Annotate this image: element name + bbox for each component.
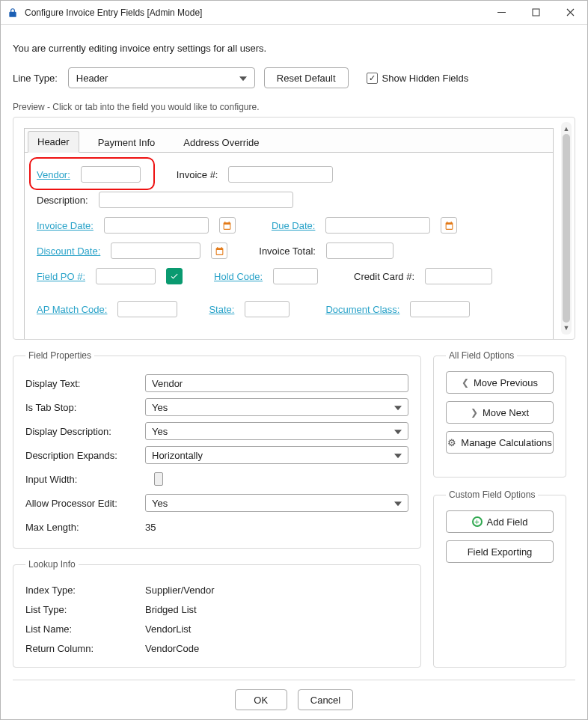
line-type-select[interactable]: Header xyxy=(68,67,255,88)
field-properties-group: Field Properties Display Text: Vendor Is… xyxy=(13,350,421,549)
all-field-options-legend: All Field Options xyxy=(446,350,517,361)
chevron-right-icon: ❯ xyxy=(471,407,478,418)
discount-date-calendar-icon[interactable] xyxy=(211,242,227,259)
chevron-left-icon: ❮ xyxy=(462,377,469,388)
lookup-info-group: Lookup Info Index Type: Supplier/Vendor … xyxy=(13,559,421,668)
preview-group-label: Preview - Click or tab into the field yo… xyxy=(13,102,575,112)
index-type-label: Index Type: xyxy=(25,585,145,596)
add-field-button[interactable]: + Add Field xyxy=(446,510,554,533)
document-class-input[interactable] xyxy=(410,301,470,317)
display-description-select[interactable]: Yes xyxy=(145,422,408,440)
move-next-button[interactable]: ❯ Move Next xyxy=(446,401,554,424)
invoice-total-input[interactable] xyxy=(326,242,393,259)
info-text: You are currently editing invoice entry … xyxy=(13,43,575,54)
max-length-value: 35 xyxy=(145,522,156,533)
invoice-date-calendar-icon[interactable] xyxy=(219,217,236,234)
custom-field-options-group: Custom Field Options + Add Field Field E… xyxy=(433,489,566,668)
plus-circle-icon: + xyxy=(472,516,483,527)
show-hidden-label: Show Hidden Fields xyxy=(382,73,469,84)
preview-tabs: Header Payment Info Address Override xyxy=(25,129,553,153)
is-tab-stop-label: Is Tab Stop: xyxy=(25,402,145,413)
due-date-calendar-icon[interactable] xyxy=(441,217,457,234)
configure-invoice-fields-window: Configure Invoice Entry Fields [Admin Mo… xyxy=(0,0,588,720)
display-description-label: Display Description: xyxy=(25,426,145,437)
due-date-input[interactable] xyxy=(325,217,430,234)
scroll-thumb[interactable] xyxy=(563,134,570,323)
line-type-value: Header xyxy=(76,73,108,84)
tab-payment-info[interactable]: Payment Info xyxy=(88,132,165,153)
top-controls-row: Line Type: Header Reset Default ✓ Show H… xyxy=(13,67,575,88)
close-button[interactable] xyxy=(553,1,587,25)
list-name-value: VendorList xyxy=(145,623,408,635)
app-lock-icon xyxy=(7,7,19,19)
description-label: Description: xyxy=(37,195,88,206)
lookup-info-legend: Lookup Info xyxy=(25,559,79,570)
hold-code-input[interactable] xyxy=(273,268,318,284)
field-exporting-button[interactable]: Field Exporting xyxy=(446,540,554,563)
preview-scrollbar[interactable]: ▲ ▼ xyxy=(561,122,572,335)
reset-default-button[interactable]: Reset Default xyxy=(264,67,349,88)
document-class-label[interactable]: Document Class: xyxy=(325,304,399,315)
minimize-button[interactable] xyxy=(484,1,518,25)
selected-field-highlight xyxy=(29,157,155,190)
index-type-value: Supplier/Vendor xyxy=(145,585,408,596)
line-type-label: Line Type: xyxy=(13,73,58,84)
list-type-label: List Type: xyxy=(25,604,145,615)
titlebar: Configure Invoice Entry Fields [Admin Mo… xyxy=(1,1,587,25)
list-name-label: List Name: xyxy=(25,623,145,635)
field-po-label[interactable]: Field PO #: xyxy=(37,271,85,282)
state-label[interactable]: State: xyxy=(209,304,234,315)
invoice-num-label: Invoice #: xyxy=(177,169,218,180)
description-expands-label: Description Expands: xyxy=(25,450,145,461)
show-hidden-fields-checkbox[interactable]: ✓ Show Hidden Fields xyxy=(367,73,469,84)
move-previous-button[interactable]: ❮ Move Previous xyxy=(446,371,554,394)
tab-address-override[interactable]: Address Override xyxy=(174,132,269,153)
scroll-up-icon: ▲ xyxy=(563,125,570,132)
maximize-button[interactable] xyxy=(518,1,553,25)
discount-date-label[interactable]: Discount Date: xyxy=(37,245,100,257)
dialog-footer: OK Cancel xyxy=(13,680,575,719)
invoice-num-input[interactable] xyxy=(228,166,333,183)
ap-match-code-label[interactable]: AP Match Code: xyxy=(37,304,107,315)
display-text-input[interactable]: Vendor xyxy=(145,374,408,392)
credit-card-input[interactable] xyxy=(425,268,492,284)
list-type-value: Bridged List xyxy=(145,604,408,615)
max-length-label: Max Length: xyxy=(25,522,145,533)
allow-processor-edit-select[interactable]: Yes xyxy=(145,494,408,512)
display-text-label: Display Text: xyxy=(25,378,145,389)
all-field-options-group: All Field Options ❮ Move Previous ❯ Move… xyxy=(433,350,566,478)
discount-date-input[interactable] xyxy=(111,242,200,259)
field-po-input[interactable] xyxy=(96,268,156,284)
input-width-label: Input Width: xyxy=(25,474,145,485)
manage-calculations-button[interactable]: ⚙ Manage Calculations xyxy=(446,431,554,454)
return-column-label: Return Column: xyxy=(25,643,145,654)
ap-match-code-input[interactable] xyxy=(117,301,177,317)
gear-icon: ⚙ xyxy=(447,437,456,448)
invoice-date-label[interactable]: Invoice Date: xyxy=(37,220,94,231)
field-po-lookup-icon[interactable] xyxy=(166,268,183,284)
description-input[interactable] xyxy=(99,192,293,208)
allow-processor-edit-label: Allow Processor Edit: xyxy=(25,498,145,509)
tab-header[interactable]: Header xyxy=(28,131,79,153)
invoice-total-label: Invoice Total: xyxy=(259,245,316,257)
window-title: Configure Invoice Entry Fields [Admin Mo… xyxy=(25,7,202,18)
is-tab-stop-select[interactable]: Yes xyxy=(145,398,408,416)
state-input[interactable] xyxy=(245,301,290,317)
preview-box: Header Payment Info Address Override Ven… xyxy=(13,117,575,340)
description-expands-select[interactable]: Horizontally xyxy=(145,446,408,464)
custom-field-options-legend: Custom Field Options xyxy=(446,489,538,500)
field-properties-legend: Field Properties xyxy=(25,350,94,361)
check-icon: ✓ xyxy=(367,73,378,84)
preview-form: Vendor: Invoice #: Description: Invoice … xyxy=(25,153,553,325)
credit-card-label: Credit Card #: xyxy=(354,271,414,282)
slider-thumb[interactable] xyxy=(154,472,163,486)
preview-inner: Header Payment Info Address Override Ven… xyxy=(24,128,554,339)
due-date-label[interactable]: Due Date: xyxy=(272,220,316,231)
hold-code-label[interactable]: Hold Code: xyxy=(214,271,263,282)
invoice-date-input[interactable] xyxy=(104,217,209,234)
scroll-down-icon: ▼ xyxy=(563,324,570,332)
cancel-button[interactable]: Cancel xyxy=(298,689,353,710)
ok-button[interactable]: OK xyxy=(235,689,287,710)
svg-rect-0 xyxy=(497,12,506,13)
svg-rect-1 xyxy=(533,9,539,16)
